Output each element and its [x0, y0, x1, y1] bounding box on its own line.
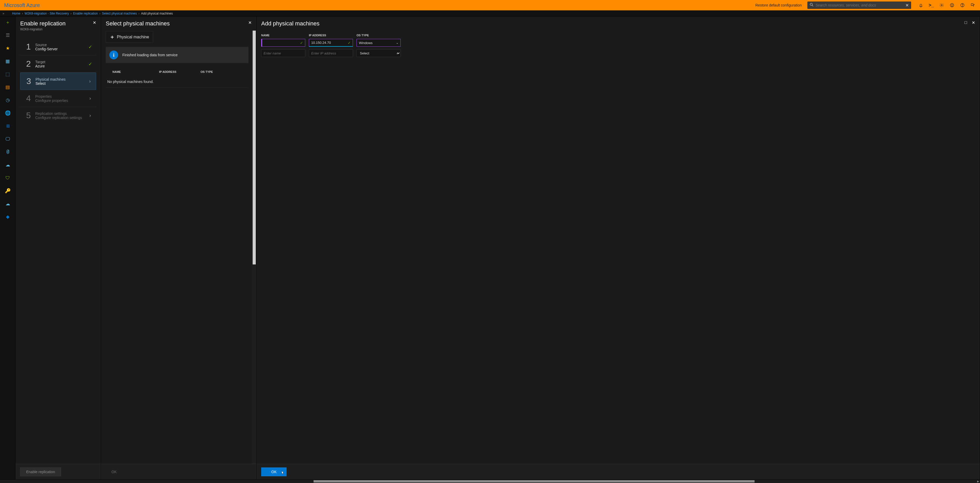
create-resource-icon[interactable]: ＋ [4, 18, 12, 26]
sql-db-icon[interactable]: 🛢 [4, 148, 12, 156]
svg-line-1 [812, 5, 813, 6]
machine-os-select[interactable]: Windows [356, 39, 401, 47]
machine-name-input-2[interactable] [261, 49, 305, 57]
machine-name-input[interactable] [262, 39, 305, 47]
breadcrumb: » Home › W2K8-migration - Site Recovery … [0, 10, 980, 17]
notifications-icon[interactable] [916, 0, 926, 10]
favorites-icon[interactable]: ★ [4, 44, 12, 53]
empty-state: No physical machines found. [106, 76, 248, 88]
chevron-right-icon: › [88, 96, 93, 101]
recent-icon[interactable]: ◷ [4, 96, 12, 104]
blade-enable-replication: Enable replication W2K8-migration ✕ 1 So… [16, 17, 101, 479]
svg-point-0 [810, 3, 812, 5]
brand[interactable]: Microsoft Azure [3, 2, 41, 8]
info-banner: i Finished loading data from service [106, 47, 248, 63]
virtual-machines-icon[interactable]: 🖥 [4, 122, 12, 130]
step-properties[interactable]: 4 Properties Configure properties › [20, 90, 96, 107]
help-icon[interactable] [958, 0, 967, 10]
step-replication-settings[interactable]: 5 Replication settings Configure replica… [20, 107, 96, 124]
all-services-icon[interactable]: ☰ [4, 31, 12, 40]
ok-button[interactable]: OK [261, 467, 286, 476]
blade-title: Select physical machines [106, 20, 170, 27]
machine-os-select-2[interactable]: Select [356, 49, 401, 57]
form-row-1: ✓ ✓ Windows ⌄ [261, 39, 975, 47]
search-clear-icon[interactable]: ✕ [905, 3, 909, 8]
security-icon[interactable]: 🛡 [4, 174, 12, 182]
step-source[interactable]: 1 Source Config-Server ✓ [20, 38, 96, 56]
horizontal-scrollbar[interactable]: ▶ [0, 479, 980, 483]
svg-point-3 [950, 3, 954, 7]
scroll-right-icon[interactable]: ▶ [977, 480, 979, 483]
dashboard-icon[interactable]: ▦ [4, 57, 12, 65]
restore-default-config[interactable]: Restore default configuration [755, 3, 802, 7]
keys-icon[interactable]: 🔑 [4, 187, 12, 195]
maximize-icon[interactable]: □ [964, 20, 967, 25]
check-icon: ✓ [88, 61, 93, 67]
blade-title: Add physical machines [261, 20, 320, 27]
plus-icon: ＋ [110, 33, 115, 40]
chevron-right-icon: › [88, 113, 93, 118]
close-icon[interactable]: ✕ [248, 20, 251, 25]
enable-replication-button[interactable]: Enable replication [20, 467, 61, 476]
topbar-icons: >_ [916, 0, 977, 10]
search-icon [810, 3, 813, 8]
form-row-2: Select ⌄ [261, 49, 975, 57]
scrollbar-thumb[interactable] [253, 30, 256, 265]
left-nav: ＋ ☰ ★ ▦ ⬚ ▤ ◷ 🌐 🖥 🖵 🛢 ☁ 🛡 🔑 ☁ ◆ [0, 17, 16, 479]
azure-ad-icon[interactable]: ◆ [4, 213, 12, 221]
web-icon[interactable]: 🌐 [4, 109, 12, 117]
chevron-right-icon: › [87, 78, 93, 84]
ok-button[interactable]: OK [106, 468, 122, 476]
breadcrumb-select[interactable]: Select physical machines [102, 12, 137, 15]
close-icon[interactable]: ✕ [972, 20, 975, 25]
svg-point-2 [941, 5, 942, 6]
storage-icon[interactable]: ☁ [4, 199, 12, 208]
blade-add-physical-machines: Add physical machines □ ✕ NAME IP ADDRES… [256, 17, 980, 479]
cloud-shell-icon[interactable]: >_ [927, 0, 936, 10]
feedback-smiley-icon[interactable] [947, 0, 957, 10]
settings-gear-icon[interactable] [937, 0, 946, 10]
breadcrumb-home[interactable]: Home [12, 12, 21, 15]
directory-filter-icon[interactable] [968, 0, 977, 10]
blade-title: Enable replication [20, 20, 65, 27]
machine-ip-input[interactable] [309, 39, 353, 47]
check-icon: ✓ [88, 44, 93, 50]
info-icon: i [109, 51, 118, 59]
expand-nav-icon[interactable]: » [3, 12, 5, 15]
step-physical-machines[interactable]: 3 Physical machines Select › [20, 73, 96, 90]
form-headers: NAME IP ADDRESS OS TYPE [261, 29, 975, 39]
global-search-input[interactable] [815, 3, 905, 7]
breadcrumb-add: Add physical machines [141, 12, 173, 15]
svg-point-4 [951, 5, 952, 5]
blade-select-physical-machines: Select physical machines ✕ ＋ Physical ma… [101, 17, 256, 479]
svg-rect-8 [971, 4, 973, 6]
monitor-icon[interactable]: 🖵 [4, 135, 12, 143]
global-search[interactable]: ✕ [807, 2, 911, 9]
topbar: Microsoft Azure Restore default configur… [0, 0, 980, 10]
cloud-services-icon[interactable]: ☁ [4, 161, 12, 169]
svg-point-7 [962, 6, 963, 6]
table-headers: NAME IP ADDRESS OS TYPE [106, 63, 248, 76]
breadcrumb-enable[interactable]: Enable replication [73, 12, 98, 15]
machine-ip-input-2[interactable] [309, 49, 353, 57]
scrollbar-thumb[interactable] [313, 480, 754, 483]
close-icon[interactable]: ✕ [93, 20, 96, 25]
add-physical-machine-button[interactable]: ＋ Physical machine [106, 31, 153, 43]
app-services-icon[interactable]: ▤ [4, 83, 12, 91]
step-target[interactable]: 2 Target Azure ✓ [20, 56, 96, 73]
svg-point-5 [953, 5, 953, 5]
resource-groups-icon[interactable]: ⬚ [4, 70, 12, 78]
breadcrumb-resource[interactable]: W2K8-migration - Site Recovery [25, 12, 69, 15]
blade-subtitle: W2K8-migration [20, 27, 65, 31]
scrollbar[interactable] [252, 30, 256, 464]
